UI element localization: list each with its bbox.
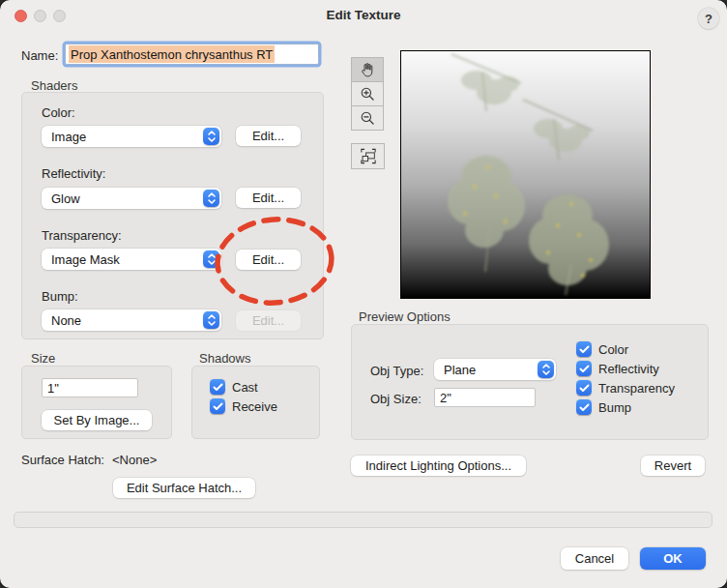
zoom-out-tool-button[interactable] [351, 105, 384, 131]
check-icon [579, 384, 590, 393]
preview-options-group-label: Preview Options [359, 309, 451, 324]
size-group-label: Size [31, 351, 55, 366]
reflectivity-dropdown-value: Glow [51, 191, 80, 206]
selected-text: Prop Xanthostemon chrysanthus RT [69, 45, 275, 63]
texture-name-input[interactable]: Prop Xanthostemon chrysanthus RT [65, 44, 319, 65]
check-icon [579, 365, 590, 373]
obj-size-input[interactable]: 2" [434, 388, 536, 407]
edit-surface-hatch-button[interactable]: Edit Surface Hatch... [113, 478, 255, 498]
chevron-updown-icon [203, 250, 219, 268]
shadows-group-label: Shadows [199, 351, 250, 366]
help-button[interactable]: ? [698, 8, 719, 29]
chevron-updown-icon [203, 190, 219, 207]
hand-icon [359, 61, 376, 78]
titlebar: Edit Texture ? [0, 0, 727, 31]
reflectivity-edit-button[interactable]: Edit... [236, 188, 301, 208]
zoom-in-icon [359, 85, 376, 103]
set-by-image-button[interactable]: Set By Image... [42, 410, 152, 430]
preview-bump-checkbox[interactable] [576, 399, 592, 415]
texture-preview-image[interactable] [400, 50, 651, 299]
transparency-dropdown-value: Image Mask [51, 252, 120, 267]
pan-tool-button[interactable] [351, 57, 384, 82]
indirect-lighting-options-button[interactable]: Indirect Lighting Options... [351, 456, 526, 476]
preview-transparency-checkbox-label: Transparency [598, 381, 675, 396]
surface-hatch-value: <None> [112, 453, 157, 467]
zoom-fit-icon [359, 147, 378, 165]
cast-checkbox-label: Cast [232, 380, 258, 395]
bump-edit-button: Edit... [236, 310, 301, 331]
name-label: Name: [21, 48, 58, 63]
ok-button[interactable]: OK [640, 547, 706, 570]
transparency-label: Transparency: [42, 228, 122, 243]
bump-dropdown-value: None [51, 313, 81, 328]
preview-color-checkbox[interactable] [576, 341, 592, 357]
reflectivity-label: Reflectivity: [42, 166, 105, 181]
size-input[interactable]: 1" [42, 378, 138, 397]
check-icon [579, 403, 590, 412]
color-dropdown-value: Image [51, 130, 86, 144]
bump-dropdown[interactable]: None [42, 309, 221, 331]
chevron-updown-icon [538, 361, 554, 378]
bump-label: Bump: [42, 289, 78, 304]
check-icon [213, 402, 223, 411]
color-edit-button[interactable]: Edit... [236, 126, 301, 146]
obj-type-dropdown-value: Plane [444, 363, 476, 377]
reflectivity-dropdown[interactable]: Glow [42, 188, 221, 209]
status-bar [14, 512, 712, 528]
edit-texture-dialog: Edit Texture ? Name: Prop Xanthostemon c… [0, 0, 727, 588]
receive-checkbox-label: Receive [232, 399, 277, 414]
window-title: Edit Texture [0, 8, 727, 22]
zoom-out-icon [359, 109, 376, 127]
transparency-dropdown[interactable]: Image Mask [42, 249, 221, 270]
cast-checkbox[interactable] [210, 379, 225, 395]
color-label: Color: [42, 105, 75, 120]
shaders-group-label: Shaders [31, 78, 77, 93]
chevron-updown-icon [203, 311, 219, 329]
zoom-in-tool-button[interactable] [351, 81, 384, 106]
obj-size-label: Obj Size: [370, 392, 422, 406]
preview-bump-checkbox-label: Bump [598, 400, 631, 415]
obj-type-dropdown[interactable]: Plane [434, 359, 556, 380]
preview-transparency-checkbox[interactable] [576, 380, 592, 396]
revert-button[interactable]: Revert [641, 456, 705, 476]
zoom-fit-tool-button[interactable] [351, 143, 385, 169]
transparency-edit-button[interactable]: Edit... [236, 250, 301, 270]
check-icon [213, 383, 223, 392]
check-icon [579, 345, 590, 354]
cancel-button[interactable]: Cancel [561, 547, 628, 570]
preview-reflectivity-checkbox-label: Reflectivity [598, 362, 659, 376]
color-dropdown[interactable]: Image [42, 126, 221, 147]
chevron-updown-icon [203, 128, 219, 145]
receive-checkbox[interactable] [210, 398, 225, 414]
obj-type-label: Obj Type: [370, 364, 423, 378]
surface-hatch-label: Surface Hatch: [21, 453, 104, 467]
preview-color-checkbox-label: Color [598, 342, 628, 357]
preview-reflectivity-checkbox[interactable] [576, 361, 592, 376]
